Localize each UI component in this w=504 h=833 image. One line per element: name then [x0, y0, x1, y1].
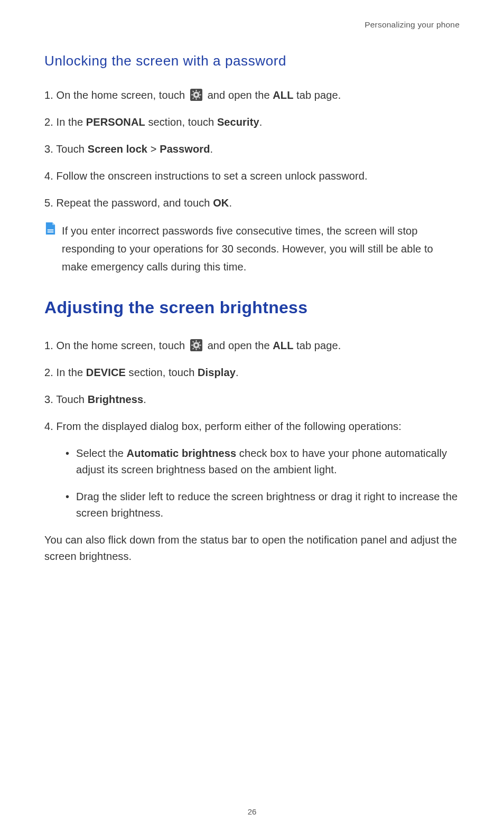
text: . [143, 394, 146, 405]
svg-point-23 [195, 344, 198, 347]
closing-paragraph: You can also flick down from the status … [44, 532, 460, 565]
text-bold: Automatic brightness [127, 447, 237, 459]
steps-unlocking: 1. On the home screen, touch [44, 87, 460, 211]
text: section, touch [145, 116, 217, 128]
svg-rect-11 [48, 229, 54, 230]
text: 1. On the home screen, touch [44, 340, 188, 351]
text-bold: Password [160, 143, 210, 155]
text-bold: Screen lock [88, 143, 147, 155]
text: 2. In the [44, 367, 86, 378]
text: and open the [208, 340, 273, 351]
step-1: 1. On the home screen, touch [44, 338, 460, 354]
step-2: 2. In the PERSONAL section, touch Securi… [44, 114, 460, 130]
sub-options: Select the Automatic brightness check bo… [44, 445, 460, 521]
svg-rect-5 [200, 95, 201, 96]
heading-adjusting-brightness: Adjusting the screen brightness [44, 298, 460, 317]
text-bold: DEVICE [86, 367, 126, 378]
svg-rect-2 [195, 90, 197, 91]
text-bold: Brightness [88, 394, 143, 405]
text-bold: ALL [273, 340, 293, 351]
text: tab page. [293, 340, 341, 351]
note-document-icon [44, 222, 57, 235]
text: . [236, 367, 239, 378]
step-4: 4. Follow the onscreen instructions to s… [44, 168, 460, 184]
steps-brightness: 1. On the home screen, touch [44, 338, 460, 521]
text-bold: Display [198, 367, 236, 378]
svg-rect-16 [195, 349, 197, 350]
text: 1. On the home screen, touch [44, 89, 188, 101]
text-bold: ALL [273, 89, 293, 101]
bullet-drag-slider: Drag the slider left to reduce the scree… [66, 489, 460, 521]
text-bold: PERSONAL [86, 116, 145, 128]
note-block: If you enter incorrect passwords five co… [44, 222, 460, 276]
svg-rect-17 [191, 345, 193, 346]
text: . [259, 116, 263, 128]
svg-rect-18 [200, 345, 201, 346]
text: > [147, 143, 160, 155]
page-number: 26 [0, 807, 504, 816]
step-4: 4. From the displayed dialog box, perfor… [44, 418, 460, 435]
svg-rect-3 [195, 98, 197, 100]
heading-unlocking-password: Unlocking the screen with a password [44, 53, 460, 69]
text: 3. Touch [44, 143, 88, 155]
text: 3. Touch [44, 394, 88, 405]
text: and open the [208, 89, 273, 101]
svg-rect-12 [48, 231, 54, 232]
text: Select the [76, 447, 127, 459]
step-3: 3. Touch Brightness. [44, 391, 460, 408]
svg-rect-15 [195, 340, 197, 342]
text: . [210, 143, 213, 155]
page: Personalizing your phone Unlocking the s… [0, 0, 504, 833]
settings-gear-icon [190, 339, 202, 351]
text: . [229, 197, 232, 209]
step-2: 2. In the DEVICE section, touch Display. [44, 364, 460, 381]
text: tab page. [293, 89, 341, 101]
bullet-automatic-brightness: Select the Automatic brightness check bo… [66, 445, 460, 478]
running-head: Personalizing your phone [44, 20, 460, 30]
step-1: 1. On the home screen, touch [44, 87, 460, 104]
svg-rect-4 [191, 95, 193, 96]
step-3: 3. Touch Screen lock > Password. [44, 141, 460, 157]
step-5: 5. Repeat the password, and touch OK. [44, 195, 460, 211]
text-bold: Security [217, 116, 259, 128]
svg-point-10 [195, 93, 198, 96]
text: section, touch [126, 367, 198, 378]
note-text: If you enter incorrect passwords five co… [62, 222, 460, 276]
text-bold: OK [213, 197, 229, 209]
settings-gear-icon [190, 89, 202, 101]
text: 2. In the [44, 116, 86, 128]
text: 5. Repeat the password, and touch [44, 197, 213, 209]
